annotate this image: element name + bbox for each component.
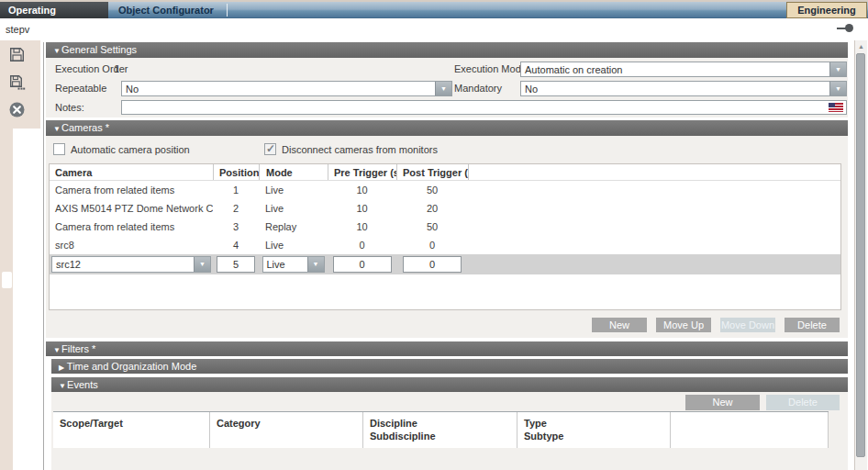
panel-title: Cameras * <box>61 122 109 133</box>
pin-icon[interactable] <box>845 24 853 32</box>
camera-new-button[interactable]: New <box>592 318 647 332</box>
execution-mode-select[interactable]: Automatic on creation <box>520 62 847 77</box>
table-row[interactable]: src8 4 Live 0 0 <box>50 236 840 254</box>
pre-trigger-cell: 0 <box>328 236 396 254</box>
column-header-category[interactable]: Category <box>209 412 362 448</box>
mode-cell: Replay <box>259 218 328 236</box>
engineering-mode-button[interactable]: Engineering <box>786 2 867 18</box>
filler-cell <box>468 236 840 254</box>
splitter-handle[interactable] <box>2 272 12 288</box>
mandatory-value: No <box>521 84 829 95</box>
position-cell: 3 <box>213 218 259 236</box>
filters-header[interactable]: Filters * <box>46 341 848 356</box>
language-flag-icon[interactable] <box>829 103 843 112</box>
repeatable-select[interactable]: No <box>121 81 452 96</box>
column-header-discipline[interactable]: Discipline Subdiscipline <box>362 412 517 448</box>
mode-cell: Live <box>259 199 328 218</box>
save-as-icon[interactable] <box>8 73 26 91</box>
pre-trigger-cell: 10 <box>328 199 396 218</box>
filler-cell <box>468 199 840 218</box>
position-input[interactable] <box>217 256 255 273</box>
chevron-down-icon[interactable] <box>829 82 846 95</box>
camera-edit-row[interactable]: src12 Live <box>50 254 840 274</box>
events-header[interactable]: Events <box>51 377 848 392</box>
camera-delete-button[interactable]: Delete <box>785 318 840 332</box>
position-cell: 4 <box>213 236 259 254</box>
column-header-scope-target[interactable]: Scope/Target <box>53 412 209 448</box>
column-header-mode[interactable]: Mode <box>259 164 328 180</box>
mandatory-select[interactable]: No <box>520 81 847 96</box>
notes-input[interactable] <box>121 100 847 115</box>
time-and-organization-mode-header[interactable]: Time and Organization Mode <box>51 359 848 374</box>
chevron-down-icon[interactable] <box>435 82 451 95</box>
panel-title: Filters * <box>61 343 95 354</box>
position-cell: 2 <box>213 199 259 218</box>
camera-cell: src8 <box>50 236 213 254</box>
post-trigger-cell: 50 <box>396 218 468 236</box>
camera-move-up-button[interactable]: Move Up <box>656 318 711 332</box>
post-trigger-cell: 0 <box>396 236 468 254</box>
column-header-pre-trigger[interactable]: Pre Trigger (s) <box>328 164 396 180</box>
collapse-arrow-icon <box>46 122 59 137</box>
execution-order-value: 1 <box>114 62 119 77</box>
mode-select[interactable]: Live <box>262 256 325 273</box>
table-row[interactable]: Camera from related items 1 Live 10 50 <box>50 181 840 199</box>
disconnect-cameras-label: Disconnect cameras from monitors <box>282 143 438 156</box>
camera-select[interactable]: src12 <box>51 256 211 273</box>
general-settings-header[interactable]: General Settings <box>46 42 848 58</box>
disconnect-cameras-checkbox[interactable] <box>264 143 276 155</box>
table-row[interactable]: AXIS M5014 PTZ Dome Network Camera 2 Liv… <box>50 199 840 218</box>
events-table-header: Scope/Target Category Discipline Subdisc… <box>53 411 829 448</box>
general-settings-body: Execution Order 1 Execution Mode Automat… <box>46 58 848 118</box>
breadcrumb: stepv <box>6 24 29 35</box>
camera-cell: Camera from related items <box>50 181 213 199</box>
breadcrumb-row: stepv <box>0 18 868 40</box>
filler-cell <box>468 218 840 236</box>
content-left-border <box>43 42 44 470</box>
auto-camera-position-label: Automatic camera position <box>71 143 190 156</box>
tab-object-configurator[interactable]: Object Configurator <box>110 2 214 18</box>
position-cell: 1 <box>213 181 259 199</box>
repeatable-value: No <box>122 84 435 95</box>
auto-camera-position-checkbox[interactable] <box>53 143 65 155</box>
pre-trigger-cell: 10 <box>328 218 396 236</box>
notes-label: Notes: <box>55 100 84 116</box>
chevron-down-icon[interactable] <box>829 62 846 76</box>
camera-cell: AXIS M5014 PTZ Dome Network Camera <box>50 199 213 218</box>
table-row[interactable]: Camera from related items 3 Replay 10 50 <box>50 218 840 236</box>
column-header-type[interactable]: Type Subtype <box>517 412 670 448</box>
tab-operating-procedures[interactable]: Operating Procedures <box>0 2 108 18</box>
chevron-down-icon[interactable] <box>194 257 210 272</box>
scrollbar-thumb[interactable] <box>856 53 865 457</box>
column-header-filler <box>468 164 840 180</box>
mode-select-value: Live <box>263 259 307 270</box>
chevron-down-icon[interactable] <box>307 257 324 272</box>
camera-move-down-button: Move Down <box>720 318 775 332</box>
events-body: New Delete Scope/Target Category Discipl… <box>51 392 848 470</box>
tab-bar: Operating Procedures Object Configurator… <box>0 2 868 18</box>
discard-icon[interactable] <box>8 101 26 118</box>
post-trigger-input[interactable] <box>403 256 462 273</box>
event-new-button[interactable]: New <box>685 395 760 410</box>
column-header-camera[interactable]: Camera <box>50 164 213 180</box>
expand-arrow-icon <box>51 361 64 375</box>
panel-title: Events <box>67 379 98 390</box>
cameras-header[interactable]: Cameras * <box>46 120 848 136</box>
column-header-post-trigger[interactable]: Post Trigger (s) <box>396 164 468 180</box>
mode-cell: Live <box>259 181 328 199</box>
pre-trigger-cell: 10 <box>328 181 396 199</box>
mode-cell: Live <box>259 236 328 254</box>
camera-cell: Camera from related items <box>50 218 213 236</box>
cameras-table-header: Camera Position Mode Pre Trigger (s) Pos… <box>50 164 840 181</box>
pre-trigger-input[interactable] <box>333 256 392 273</box>
collapse-arrow-icon <box>46 44 59 59</box>
save-icon[interactable] <box>8 46 26 63</box>
column-header-filler <box>670 412 829 448</box>
column-header-position[interactable]: Position <box>213 164 259 180</box>
panel-title: General Settings <box>61 44 137 55</box>
mandatory-label: Mandatory <box>454 81 502 96</box>
repeatable-label: Repeatable <box>55 81 106 96</box>
scrollbar-up-icon[interactable] <box>855 41 867 52</box>
cameras-table: Camera Position Mode Pre Trigger (s) Pos… <box>49 163 841 310</box>
execution-mode-value: Automatic on creation <box>521 64 829 75</box>
